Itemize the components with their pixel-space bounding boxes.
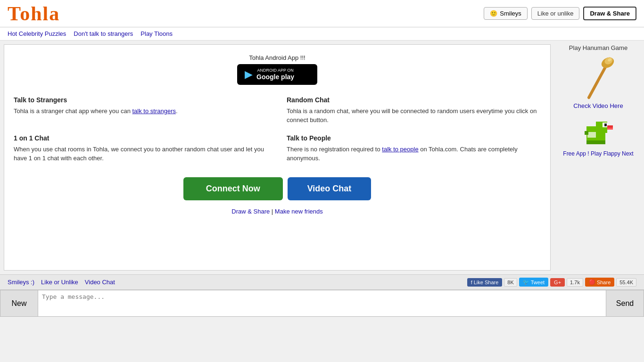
flappy-bird-image — [582, 117, 615, 150]
check-video-link[interactable]: Check Video Here — [556, 102, 640, 109]
like-unlike-button[interactable]: Like or unlike — [531, 7, 580, 20]
smileys-social-link[interactable]: Smileys :) — [8, 279, 34, 286]
gplus-button[interactable]: G+ — [550, 278, 565, 287]
nav-item-celebrity[interactable]: Hot Celebrity Puzzles — [8, 30, 66, 37]
connect-now-button[interactable]: Connect Now — [183, 177, 283, 200]
like-unlike-social-link[interactable]: Like or Unlike — [41, 279, 78, 286]
share-icon: 🔴 — [589, 279, 595, 285]
hanuman-mace-image — [579, 55, 617, 102]
social-left-links: Smileys :) Like or Unlike Video Chat — [8, 279, 115, 286]
logo: Tohla — [8, 2, 60, 25]
separator: | — [272, 208, 275, 215]
feature-talk-strangers: Talk to Strangers Tohla is a stranger ch… — [14, 96, 268, 125]
share-count: 55.4K — [616, 278, 636, 287]
smileys-button[interactable]: 🙂 Smileys — [484, 7, 528, 20]
chat-input[interactable] — [38, 290, 606, 317]
svg-rect-7 — [604, 123, 607, 126]
feature-talk-people: Talk to People There is no registration … — [287, 134, 541, 163]
feature-random-chat: Random Chat Tohla is a random chat, wher… — [287, 96, 541, 125]
flappy-link[interactable]: Free App ! Play Flappy Next — [563, 150, 633, 157]
share-button[interactable]: 🔴 Share — [585, 278, 614, 287]
video-chat-button[interactable]: Video Chat — [288, 177, 372, 200]
fb-icon: f — [471, 280, 472, 285]
feature-body: Tohla is a stranger chat app where you c… — [14, 107, 268, 116]
svg-rect-11 — [585, 131, 588, 135]
android-title: Tohla Android App !!! — [14, 54, 541, 61]
chat-bar: New Send — [0, 289, 644, 317]
header-right: 🙂 Smileys Like or unlike Draw & Share — [484, 7, 636, 20]
feature-body: Tohla is a random chat, where you will b… — [287, 107, 541, 125]
flappy-container: Free App ! Play Flappy Next — [556, 117, 640, 157]
layout: Tohla Android App !!! ▶ ANDROID APP ON G… — [0, 41, 644, 274]
talk-strangers-link[interactable]: talk to strangers — [132, 107, 176, 115]
feature-body: There is no registration required to tal… — [287, 145, 541, 163]
talk-people-link[interactable]: talk to people — [382, 146, 418, 153]
draw-share-button[interactable]: Draw & Share — [583, 7, 636, 20]
nav: Hot Celebrity Puzzles Don't talk to stra… — [0, 27, 644, 41]
buttons-row: Connect Now Video Chat — [14, 177, 541, 200]
main-content: Tohla Android App !!! ▶ ANDROID APP ON G… — [4, 44, 551, 271]
video-chat-social-link[interactable]: Video Chat — [85, 279, 115, 286]
make-friends-link[interactable]: Make new friends — [275, 208, 323, 215]
svg-rect-8 — [607, 125, 613, 128]
svg-rect-12 — [586, 140, 605, 144]
nav-item-tloons[interactable]: Play Tloons — [140, 30, 173, 37]
feature-1on1-chat: 1 on 1 Chat When you use chat rooms in T… — [14, 134, 268, 163]
twitter-tweet-button[interactable]: 🐦 Tweet — [519, 278, 548, 287]
play-text: ANDROID APP ON Google play — [256, 68, 294, 81]
feature-title: Talk to People — [287, 134, 541, 142]
header: Tohla 🙂 Smileys Like or unlike Draw & Sh… — [0, 0, 644, 27]
smiley-icon: 🙂 — [490, 10, 497, 17]
facebook-like-button[interactable]: f Like Share — [467, 278, 503, 287]
feature-body: When you use chat rooms in Tohla, we con… — [14, 145, 268, 163]
sidebar-game-title: Play Hanuman Game — [556, 44, 640, 51]
svg-rect-10 — [587, 132, 596, 138]
google-play-button[interactable]: ▶ ANDROID APP ON Google play — [237, 64, 317, 85]
features-grid: Talk to Strangers Tohla is a stranger ch… — [14, 96, 541, 163]
gplus-icon: G+ — [554, 280, 561, 285]
feature-title: Random Chat — [287, 96, 541, 104]
new-chat-button[interactable]: New — [0, 290, 38, 317]
sidebar: Play Hanuman Game Check Video Here — [551, 44, 640, 271]
play-icon: ▶ — [245, 68, 253, 81]
nav-item-strangers[interactable]: Don't talk to strangers — [74, 30, 133, 37]
draw-share-link[interactable]: Draw & Share — [231, 208, 270, 215]
feature-title: Talk to Strangers — [14, 96, 268, 104]
fb-count: 8K — [504, 278, 517, 287]
main-footer-links: Draw & Share | Make new friends — [14, 208, 541, 215]
gplus-count: 1.7k — [567, 278, 583, 287]
feature-title: 1 on 1 Chat — [14, 134, 268, 142]
social-bar: Smileys :) Like or Unlike Video Chat f L… — [0, 274, 644, 289]
svg-rect-9 — [607, 128, 613, 130]
svg-line-0 — [589, 65, 607, 98]
android-banner: Tohla Android App !!! ▶ ANDROID APP ON G… — [14, 54, 541, 85]
social-right-buttons: f Like Share 8K 🐦 Tweet G+ 1.7k 🔴 Share … — [467, 278, 636, 287]
send-button[interactable]: Send — [606, 290, 644, 317]
twitter-icon: 🐦 — [523, 279, 529, 285]
fb-share-label: Share — [485, 280, 498, 285]
